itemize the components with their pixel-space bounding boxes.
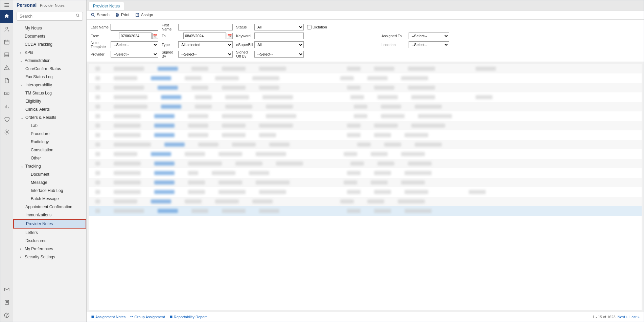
nav-lab[interactable]: Lab bbox=[13, 122, 86, 130]
person-icon[interactable] bbox=[0, 23, 13, 36]
document-icon[interactable] bbox=[0, 74, 13, 87]
nav-message[interactable]: Message bbox=[13, 178, 86, 187]
nav-tracking[interactable]: ⌄Tracking bbox=[13, 162, 86, 170]
nav-document[interactable]: Document bbox=[13, 170, 86, 178]
table-row[interactable] bbox=[89, 102, 642, 111]
chart-icon[interactable] bbox=[0, 100, 13, 113]
table-row[interactable] bbox=[89, 159, 642, 168]
table-row[interactable] bbox=[89, 111, 642, 121]
calendar-to-icon[interactable]: 📅 bbox=[227, 33, 233, 39]
home-icon[interactable] bbox=[0, 10, 13, 23]
table-row[interactable] bbox=[89, 178, 642, 187]
money-icon[interactable] bbox=[0, 87, 13, 100]
nav-consult[interactable]: Consultation bbox=[13, 146, 86, 154]
select-signed-off[interactable]: --Select-- bbox=[254, 51, 304, 58]
table-row[interactable] bbox=[89, 73, 642, 83]
table-row[interactable] bbox=[89, 168, 642, 178]
nav-security[interactable]: ›Security Settings bbox=[13, 253, 86, 261]
nav-batch[interactable]: Batch Message bbox=[13, 195, 86, 203]
nav-orders[interactable]: ⌄Orders & Results bbox=[13, 113, 86, 122]
link-reportability[interactable]: Reportability Report bbox=[169, 315, 207, 319]
nav-provider-notes[interactable]: Provider Notes bbox=[13, 219, 86, 229]
nav-immun[interactable]: Immunizations bbox=[13, 211, 86, 219]
select-location[interactable]: --Select-- bbox=[409, 41, 449, 48]
svg-point-3 bbox=[6, 27, 8, 29]
calendar-from-icon[interactable]: 📅 bbox=[152, 33, 158, 39]
label-template: Note Template bbox=[91, 41, 109, 49]
table-row[interactable] bbox=[89, 187, 642, 197]
search-input[interactable] bbox=[17, 12, 83, 21]
select-assigned-to[interactable]: --Select-- bbox=[409, 33, 449, 39]
input-first-name[interactable] bbox=[178, 24, 233, 30]
nav-disclosures[interactable]: Disclosures bbox=[13, 237, 86, 245]
calendar-icon[interactable] bbox=[0, 36, 13, 48]
nav-procedure[interactable]: Procedure bbox=[13, 130, 86, 138]
nav-tm[interactable]: TM Status Log bbox=[13, 89, 86, 97]
label-assigned-to: Assigned To bbox=[382, 34, 405, 38]
svg-rect-13 bbox=[4, 92, 9, 95]
nav-other[interactable]: Other bbox=[13, 154, 86, 162]
input-last-name[interactable] bbox=[111, 24, 158, 30]
nav-clinical[interactable]: Clinical Alerts bbox=[13, 105, 86, 113]
select-type[interactable]: All selected bbox=[178, 41, 233, 48]
nav-appt[interactable]: Appointment Confirmation bbox=[13, 203, 86, 211]
table-row[interactable] bbox=[89, 83, 642, 92]
search-button[interactable]: Search bbox=[91, 13, 110, 17]
sidebar-header: Personal - Provider Notes bbox=[13, 0, 86, 10]
note-icon[interactable] bbox=[0, 296, 13, 309]
nav-my-notes[interactable]: My Notes bbox=[13, 24, 86, 32]
select-provider[interactable]: --Select-- bbox=[111, 51, 158, 58]
list-icon[interactable] bbox=[0, 48, 13, 61]
nav-radiology[interactable]: Radiology bbox=[13, 138, 86, 146]
heart-icon[interactable] bbox=[0, 113, 13, 126]
label-provider: Provider bbox=[91, 52, 109, 56]
table-row[interactable] bbox=[89, 206, 642, 216]
svg-point-34 bbox=[131, 316, 132, 317]
nav-fax[interactable]: Fax Status Log bbox=[13, 73, 86, 81]
input-keyword[interactable] bbox=[254, 33, 304, 39]
assign-button[interactable]: Assign bbox=[135, 13, 153, 17]
table-row[interactable] bbox=[89, 130, 642, 140]
mail-icon[interactable] bbox=[0, 283, 13, 296]
pager-last[interactable]: Last » bbox=[629, 315, 640, 319]
label-keyword: Keyword bbox=[236, 34, 253, 38]
table-row[interactable] bbox=[89, 197, 642, 206]
table-row[interactable] bbox=[89, 140, 642, 149]
link-assignment-notes[interactable]: Assignment Notes bbox=[91, 315, 125, 319]
nav-interop[interactable]: ›Interoperability bbox=[13, 81, 86, 89]
gear-icon[interactable] bbox=[0, 126, 13, 138]
select-signed-by[interactable]: --Select-- bbox=[178, 51, 233, 58]
print-button[interactable]: Print bbox=[115, 13, 130, 17]
svg-point-27 bbox=[91, 13, 94, 16]
tab-provider-notes[interactable]: Provider Notes bbox=[89, 2, 124, 10]
select-status[interactable]: All bbox=[254, 24, 304, 30]
pager-next[interactable]: Next › bbox=[618, 315, 627, 319]
hamburger-icon[interactable] bbox=[0, 0, 13, 10]
table-row[interactable] bbox=[89, 149, 642, 159]
nav-letters[interactable]: Letters bbox=[13, 229, 86, 237]
table-row[interactable] bbox=[89, 92, 642, 102]
footer: Assignment Notes Group Assignment Report… bbox=[87, 312, 644, 322]
link-group-assignment[interactable]: Group Assignment bbox=[130, 315, 165, 319]
input-from[interactable] bbox=[119, 33, 152, 39]
checkbox-dictation[interactable] bbox=[307, 25, 312, 29]
nav-elig[interactable]: Eligibility bbox=[13, 97, 86, 105]
label-esuper: eSuperBill bbox=[236, 43, 253, 47]
main-panel: Provider Notes Search Print Assign Last … bbox=[87, 0, 644, 322]
table-row[interactable] bbox=[89, 121, 642, 130]
nav-ihub[interactable]: Interface Hub Log bbox=[13, 187, 86, 195]
help-icon[interactable] bbox=[0, 309, 13, 322]
nav-admin[interactable]: ⌄Administration bbox=[13, 57, 86, 65]
select-esuper[interactable]: All bbox=[254, 41, 304, 48]
select-template[interactable]: --Select-- bbox=[111, 41, 158, 48]
input-to[interactable] bbox=[183, 33, 226, 39]
nav-ccda[interactable]: CCDA Tracking bbox=[13, 40, 86, 48]
search-icon[interactable] bbox=[75, 13, 80, 19]
nav-documents[interactable]: Documents bbox=[13, 32, 86, 40]
warning-icon[interactable] bbox=[0, 61, 13, 74]
nav-prefs[interactable]: ›My Preferences bbox=[13, 245, 86, 253]
nav-kpis[interactable]: ›KPIs bbox=[13, 48, 86, 57]
table-row[interactable] bbox=[89, 64, 642, 73]
svg-line-26 bbox=[78, 16, 79, 17]
nav-cureconfirm[interactable]: CureConfirm Status bbox=[13, 65, 86, 73]
